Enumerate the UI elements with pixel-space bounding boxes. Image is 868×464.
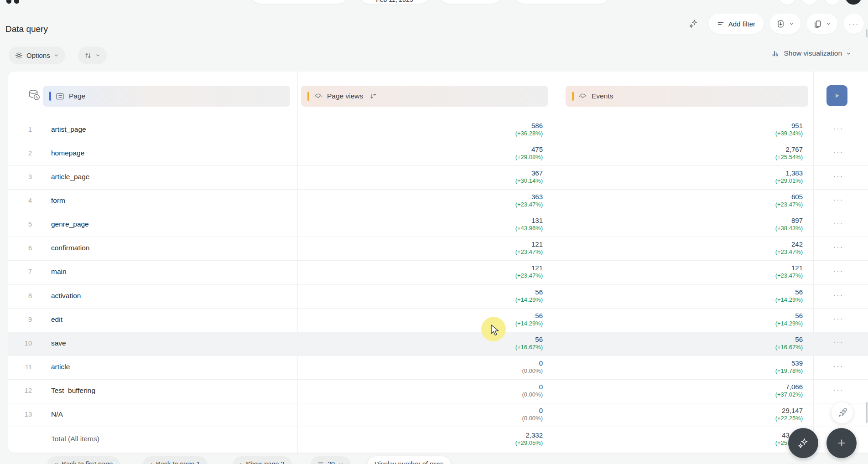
list-icon [56, 92, 64, 101]
table-row[interactable]: 4 form 363 (+23.47%) 605 (+23.47%) ··· [8, 190, 868, 213]
table-row[interactable]: 13 N/A 0 (0.00%) 29,147 (+22.25%) ··· [8, 403, 868, 427]
topbar-pill[interactable] [440, 0, 501, 4]
page-views-cell: 131 (+43.96%) [515, 217, 543, 232]
events-cell: 56 (+14.29%) [775, 288, 803, 303]
page-views-cell: 367 (+30.14%) [515, 169, 543, 184]
mouse-cursor-icon [490, 324, 500, 338]
topbar-icon-button[interactable] [801, 0, 818, 5]
play-icon [832, 91, 842, 100]
row-more-button[interactable]: ··· [829, 338, 847, 347]
events-cell: 951 (+39.24%) [775, 122, 803, 137]
table-row[interactable]: 5 genre_page 131 (+43.96%) 897 (+38.43%)… [8, 213, 868, 237]
row-more-button[interactable]: ··· [829, 196, 847, 205]
more-icon: ··· [849, 20, 859, 28]
eye-icon [314, 92, 322, 101]
row-number: 6 [15, 244, 32, 252]
table-row[interactable]: 7 main 121 (+23.47%) 121 (+23.47%) ··· [8, 261, 868, 284]
run-query-button[interactable] [826, 85, 847, 106]
table-row[interactable]: 2 homepage 475 (+29.08%) 2,767 (+25.54%)… [8, 142, 868, 166]
page-views-cell: 121 (+23.47%) [515, 264, 543, 279]
add-filter-button[interactable]: Add filter [709, 14, 764, 34]
row-more-button[interactable]: ··· [829, 124, 847, 134]
back-to-first-page-label: Back to first page [62, 460, 113, 464]
row-more-button[interactable]: ··· [829, 148, 847, 157]
page-name-cell: save [51, 339, 66, 347]
back-to-page-1-button[interactable]: ‹ Back to page 1 [143, 456, 208, 464]
download-icon [776, 20, 785, 28]
scrollbar-thumb[interactable] [866, 402, 868, 423]
row-number: 3 [15, 173, 32, 180]
table-row[interactable]: 12 Test_buffering 0 (0.00%) 7,066 (+37.0… [8, 380, 868, 403]
chevron-right-icon: › [240, 460, 242, 464]
page-name-cell: N/A [51, 410, 63, 418]
options-button[interactable]: Options [9, 46, 65, 64]
column-header-events[interactable]: Events [566, 86, 808, 107]
export-button[interactable] [770, 14, 800, 34]
row-more-button[interactable]: ··· [829, 314, 847, 324]
row-more-button[interactable]: ··· [829, 243, 847, 252]
topbar-pill[interactable] [515, 0, 609, 4]
scrollbar-thumb[interactable] [866, 29, 868, 37]
data-table-card: Page Page views Events [8, 72, 868, 453]
duplicate-button[interactable] [807, 14, 837, 34]
table-row[interactable]: 10 save 56 (+16.67%) 56 (+16.67%) ··· [8, 332, 868, 356]
page-name-cell: article_page [51, 173, 89, 181]
page-size-value: 20 [327, 460, 335, 464]
show-page-2-button[interactable]: › Show page 2 [233, 456, 292, 464]
launch-button[interactable] [832, 402, 853, 423]
options-label: Options [26, 52, 50, 59]
column-accent-bar [572, 92, 574, 101]
topbar-pill[interactable] [252, 0, 347, 4]
column-header-page-views[interactable]: Page views [301, 86, 548, 107]
row-more-button[interactable]: ··· [829, 219, 847, 228]
table-row[interactable]: 8 activation 56 (+14.29%) 56 (+14.29%) ·… [8, 285, 868, 309]
table-row[interactable]: 1 artist_page 586 (+36.28%) 951 (+39.24%… [8, 119, 868, 142]
page-name-cell: Test_buffering [51, 387, 95, 395]
sort-button[interactable] [78, 46, 107, 64]
data-source-icon[interactable] [27, 88, 41, 102]
row-more-button[interactable]: ··· [829, 291, 847, 300]
row-number: 13 [15, 411, 32, 418]
events-cell: 897 (+38.43%) [775, 217, 803, 232]
chevron-down-icon [789, 21, 794, 26]
page-views-cell: 0 (0.00%) [522, 383, 543, 398]
table-row[interactable]: 3 article_page 367 (+30.14%) 1,383 (+29.… [8, 166, 868, 190]
events-cell: 7,066 (+37.02%) [775, 383, 803, 398]
column-header-page[interactable]: Page [43, 86, 290, 107]
show-visualization-toggle[interactable]: Show visualization [772, 49, 851, 57]
sort-descending-icon[interactable] [369, 93, 377, 100]
page-name-cell: confirmation [51, 244, 89, 252]
topbar-icon-button[interactable] [824, 0, 841, 5]
avatar[interactable] [845, 0, 862, 5]
topbar-date-pill[interactable]: Feb 11, 2025 [360, 0, 429, 4]
page-name-cell: article [51, 363, 70, 371]
eye-icon [578, 92, 587, 101]
row-number: 12 [15, 387, 32, 394]
display-rows-tooltip: Display number of rows [367, 456, 451, 464]
app-logo-icon [14, 0, 19, 4]
more-options-button[interactable]: ··· [844, 14, 864, 34]
add-new-fab[interactable]: + [826, 428, 857, 458]
column-accent-bar [307, 92, 309, 101]
total-page-views-cell: 2,332 (+29.05%) [515, 431, 543, 446]
back-to-first-page-button[interactable]: « Back to first page [47, 456, 120, 464]
page-size-select[interactable]: 20 [310, 456, 351, 464]
row-more-button[interactable]: ··· [829, 386, 847, 395]
row-more-button[interactable]: ··· [829, 267, 847, 276]
row-more-button[interactable]: ··· [829, 172, 847, 181]
show-page-2-label: Show page 2 [246, 460, 285, 464]
row-more-button[interactable]: ··· [829, 362, 847, 371]
gear-icon [15, 52, 23, 59]
row-number: 2 [15, 150, 32, 157]
table-row[interactable]: 6 confirmation 121 (+23.47%) 242 (+23.47… [8, 237, 868, 261]
table-row[interactable]: 11 article 0 (0.00%) 539 (+19.78%) ··· [8, 356, 868, 380]
table-row[interactable]: 9 edit 56 (+14.29%) 56 (+14.29%) ··· [8, 309, 868, 332]
ai-sparkle-button[interactable] [684, 15, 702, 33]
topbar-icon-button[interactable] [779, 0, 795, 5]
page-name-cell: form [51, 196, 65, 205]
ai-assistant-fab[interactable] [788, 428, 818, 458]
page-name-cell: artist_page [51, 125, 86, 134]
events-cell: 56 (+14.29%) [775, 312, 803, 327]
sparkles-icon [797, 437, 810, 449]
page-views-cell: 56 (+16.67%) [515, 335, 543, 351]
